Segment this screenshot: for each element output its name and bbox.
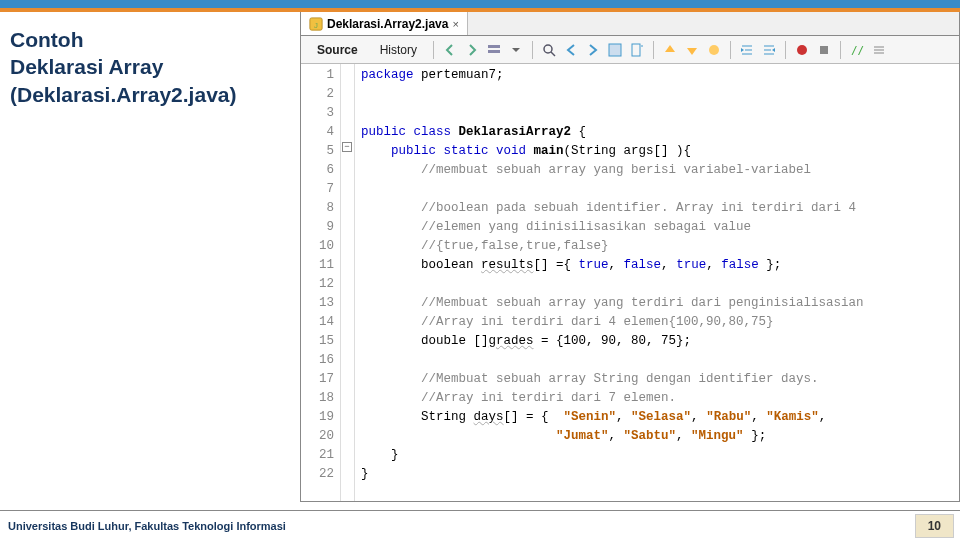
svg-rect-2 <box>488 45 500 48</box>
separator <box>785 41 786 59</box>
code-line: //Array ini terdiri dari 7 elemen. <box>361 389 953 408</box>
line-gutter: 1 2 3 4 5 6 7 8 9 10 11 12 13 14 15 16 1… <box>301 64 341 501</box>
indent-left-icon[interactable] <box>737 40 757 60</box>
toolbar-icon[interactable] <box>484 40 504 60</box>
code-line: boolean results[] ={ true, false, true, … <box>361 256 953 275</box>
line-number: 21 <box>301 446 334 465</box>
line-number: 15 <box>301 332 334 351</box>
line-number: 12 <box>301 275 334 294</box>
line-number: 1 <box>301 66 334 85</box>
search-icon[interactable] <box>539 40 559 60</box>
svg-rect-6 <box>609 44 621 56</box>
up-icon[interactable] <box>660 40 680 60</box>
prev-match-icon[interactable] <box>561 40 581 60</box>
line-number: 11 <box>301 256 334 275</box>
code-line: String days[] = { "Senin", "Selasa", "Ra… <box>361 408 953 427</box>
fold-gutter: − <box>341 64 355 501</box>
line-number: 10 <box>301 237 334 256</box>
code-body[interactable]: package pertemuan7; public class Deklara… <box>355 64 959 501</box>
toolbar: Source History // <box>301 36 959 64</box>
slide-title: Contoh Deklarasi Array (Deklarasi.Array2… <box>10 26 290 108</box>
separator <box>730 41 731 59</box>
line-number: 19 <box>301 408 334 427</box>
line-number: 5 <box>301 142 334 161</box>
code-line: //membuat sebuah array yang berisi varia… <box>361 161 953 180</box>
line-number: 8 <box>301 199 334 218</box>
line-number: 9 <box>301 218 334 237</box>
title-line-3: (Deklarasi.Array2.java) <box>10 81 290 108</box>
code-line: //boolean pada sebuah identifier. Array … <box>361 199 953 218</box>
bookmark-icon[interactable] <box>627 40 647 60</box>
code-line <box>361 351 953 370</box>
code-line <box>361 104 953 123</box>
separator <box>653 41 654 59</box>
code-line <box>361 85 953 104</box>
line-number: 6 <box>301 161 334 180</box>
svg-rect-3 <box>488 50 500 53</box>
line-number: 4 <box>301 123 334 142</box>
separator <box>840 41 841 59</box>
code-line: } <box>361 465 953 484</box>
line-number: 22 <box>301 465 334 484</box>
line-number: 3 <box>301 104 334 123</box>
line-number: 18 <box>301 389 334 408</box>
svg-text:J: J <box>314 20 318 29</box>
code-line: package pertemuan7; <box>361 66 953 85</box>
svg-point-4 <box>544 45 552 53</box>
source-view-button[interactable]: Source <box>307 39 368 61</box>
comment-icon[interactable]: // <box>847 40 867 60</box>
code-line: //Array ini terdiri dari 4 elemen{100,90… <box>361 313 953 332</box>
nav-forward-icon[interactable] <box>462 40 482 60</box>
warning-icon[interactable] <box>704 40 724 60</box>
code-line <box>361 275 953 294</box>
footer: Universitas Budi Luhur, Fakultas Teknolo… <box>0 510 960 540</box>
separator <box>532 41 533 59</box>
svg-rect-17 <box>820 46 828 54</box>
record-macro-icon[interactable] <box>792 40 812 60</box>
code-area: 1 2 3 4 5 6 7 8 9 10 11 12 13 14 15 16 1… <box>301 64 959 501</box>
stop-macro-icon[interactable] <box>814 40 834 60</box>
footer-text: Universitas Budi Luhur, Fakultas Teknolo… <box>0 520 286 532</box>
main-content: Contoh Deklarasi Array (Deklarasi.Array2… <box>0 12 960 502</box>
svg-point-16 <box>797 45 807 55</box>
code-line: double []grades = {100, 90, 80, 75}; <box>361 332 953 351</box>
file-tab-label: Deklarasi.Array2.java <box>327 17 448 31</box>
code-line: public static void main(String args[] ){ <box>361 142 953 161</box>
ide-panel: J Deklarasi.Array2.java × Source History <box>300 12 960 502</box>
slide-left-panel: Contoh Deklarasi Array (Deklarasi.Array2… <box>0 12 300 502</box>
close-icon[interactable]: × <box>452 18 458 30</box>
code-line: "Jumat", "Sabtu", "Mingu" }; <box>361 427 953 446</box>
code-line: //elemen yang diinisilisasikan sebagai v… <box>361 218 953 237</box>
svg-text://: // <box>851 44 864 57</box>
file-tab[interactable]: J Deklarasi.Array2.java × <box>301 12 468 35</box>
line-number: 7 <box>301 180 334 199</box>
fold-toggle-icon[interactable]: − <box>342 142 352 152</box>
indent-right-icon[interactable] <box>759 40 779 60</box>
line-number: 13 <box>301 294 334 313</box>
next-match-icon[interactable] <box>583 40 603 60</box>
code-line: public class DeklarasiArray2 { <box>361 123 953 142</box>
page-number: 10 <box>915 514 954 538</box>
svg-rect-7 <box>632 44 640 56</box>
code-line: //{true,false,true,false} <box>361 237 953 256</box>
java-file-icon: J <box>309 17 323 31</box>
down-icon[interactable] <box>682 40 702 60</box>
nav-back-icon[interactable] <box>440 40 460 60</box>
code-line <box>361 180 953 199</box>
line-number: 14 <box>301 313 334 332</box>
svg-line-5 <box>551 52 555 56</box>
highlight-icon[interactable] <box>605 40 625 60</box>
code-line: //Membuat sebuah array String dengan ide… <box>361 370 953 389</box>
separator <box>433 41 434 59</box>
code-line: //Membuat sebuah array yang terdiri dari… <box>361 294 953 313</box>
svg-point-9 <box>709 45 719 55</box>
dropdown-icon[interactable] <box>506 40 526 60</box>
line-number: 2 <box>301 85 334 104</box>
uncomment-icon[interactable] <box>869 40 889 60</box>
tab-row: J Deklarasi.Array2.java × <box>301 12 959 36</box>
title-line-2: Deklarasi Array <box>10 53 290 80</box>
line-number: 17 <box>301 370 334 389</box>
history-view-button[interactable]: History <box>370 39 427 61</box>
code-line: } <box>361 446 953 465</box>
line-number: 20 <box>301 427 334 446</box>
